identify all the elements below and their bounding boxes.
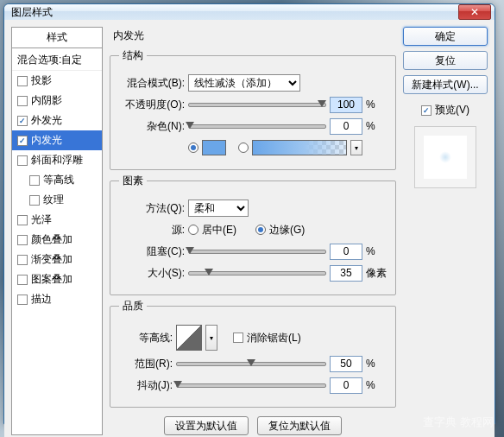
blend-mode-label: 混合模式(B): — [119, 76, 185, 91]
gradient-radio[interactable] — [238, 142, 249, 153]
sidebar-list: 混合选项:自定 投影 内阴影 外发光 内发光 斜面和浮雕 等高线 纹理 光泽 颜… — [11, 48, 103, 435]
cancel-button[interactable]: 复位 — [403, 51, 488, 70]
antialias-checkbox[interactable] — [233, 332, 243, 343]
source-center-label: 居中(E) — [202, 223, 236, 238]
jitter-slider[interactable] — [176, 378, 326, 392]
contour-picker[interactable] — [176, 325, 202, 351]
structure-legend: 结构 — [119, 48, 147, 63]
make-default-button[interactable]: 设置为默认值 — [164, 416, 249, 435]
style-outer-glow[interactable]: 外发光 — [12, 111, 102, 130]
checkbox[interactable] — [17, 294, 28, 305]
checkbox[interactable] — [17, 136, 28, 146]
range-slider[interactable] — [176, 357, 326, 370]
window-title: 图层样式 — [11, 5, 458, 20]
style-inner-glow[interactable]: 内发光 — [12, 130, 102, 150]
style-contour[interactable]: 等高线 — [12, 170, 102, 190]
noise-input[interactable] — [330, 118, 362, 135]
choke-unit: % — [366, 245, 387, 257]
style-satin[interactable]: 光泽 — [12, 210, 102, 230]
source-center-radio[interactable] — [188, 225, 198, 235]
style-gradient-overlay[interactable]: 渐变叠加 — [12, 250, 102, 269]
checkbox[interactable] — [17, 215, 28, 225]
contour-label: 等高线: — [119, 331, 173, 345]
layer-style-dialog: 图层样式 ✕ 样式 混合选项:自定 投影 内阴影 外发光 内发光 斜面和浮雕 等… — [3, 3, 495, 425]
preview-thumbnail — [414, 126, 476, 188]
style-pattern-overlay[interactable]: 图案叠加 — [12, 269, 102, 289]
opacity-input[interactable] — [330, 97, 362, 113]
checkbox[interactable] — [29, 175, 40, 186]
checkbox[interactable] — [17, 255, 28, 265]
range-input[interactable] — [330, 356, 362, 372]
jitter-input[interactable] — [330, 377, 362, 394]
quality-group: 品质 等高线: ▾ 消除锯齿(L) 范围(R): % 抖动(J): — [110, 299, 396, 408]
choke-slider[interactable] — [188, 244, 326, 258]
titlebar[interactable]: 图层样式 ✕ — [4, 4, 495, 20]
gradient-swatch[interactable] — [252, 140, 347, 155]
contour-dropdown[interactable]: ▾ — [205, 325, 217, 351]
style-stroke[interactable]: 描边 — [12, 289, 102, 309]
new-style-button[interactable]: 新建样式(W)... — [403, 75, 488, 94]
color-radio[interactable] — [188, 142, 198, 153]
panel-title: 内发光 — [110, 27, 396, 45]
close-button[interactable]: ✕ — [458, 4, 491, 20]
opacity-slider[interactable] — [188, 98, 326, 111]
style-inner-shadow[interactable]: 内阴影 — [12, 91, 102, 111]
size-label: 大小(S): — [119, 266, 185, 281]
antialias-label: 消除锯齿(L) — [247, 331, 301, 345]
opacity-label: 不透明度(O): — [119, 98, 185, 112]
blend-options-item[interactable]: 混合选项:自定 — [12, 50, 102, 71]
noise-label: 杂色(N): — [119, 119, 185, 134]
quality-legend: 品质 — [119, 299, 147, 314]
checkbox[interactable] — [17, 116, 28, 126]
checkbox[interactable] — [17, 96, 28, 106]
noise-unit: % — [366, 120, 387, 132]
source-edge-radio[interactable] — [255, 225, 266, 235]
method-select[interactable]: 柔和 — [188, 200, 249, 217]
checkbox[interactable] — [29, 195, 40, 206]
structure-group: 结构 混合模式(B): 线性减淡（添加） 不透明度(O): % 杂色(N): % — [110, 48, 396, 170]
styles-sidebar: 样式 混合选项:自定 投影 内阴影 外发光 内发光 斜面和浮雕 等高线 纹理 光… — [11, 27, 103, 435]
source-edge-label: 边缘(G) — [269, 223, 305, 238]
elements-group: 图素 方法(Q): 柔和 源: 居中(E) 边缘(G) 阻塞(C): — [110, 174, 396, 295]
style-texture[interactable]: 纹理 — [12, 190, 102, 210]
range-label: 范围(R): — [119, 357, 173, 371]
dialog-body: 样式 混合选项:自定 投影 内阴影 外发光 内发光 斜面和浮雕 等高线 纹理 光… — [4, 20, 495, 437]
size-input[interactable] — [330, 265, 362, 282]
style-color-overlay[interactable]: 颜色叠加 — [12, 230, 102, 250]
choke-label: 阻塞(C): — [119, 244, 185, 259]
reset-default-button[interactable]: 复位为默认值 — [257, 416, 342, 435]
checkbox[interactable] — [17, 155, 28, 166]
source-label: 源: — [119, 223, 185, 238]
color-swatch[interactable] — [202, 140, 226, 155]
method-label: 方法(Q): — [119, 201, 185, 216]
ok-button[interactable]: 确定 — [403, 27, 488, 46]
jitter-unit: % — [366, 379, 387, 391]
blend-mode-select[interactable]: 线性减淡（添加） — [188, 74, 300, 92]
preview-label: 预览(V) — [435, 103, 469, 117]
style-bevel-emboss[interactable]: 斜面和浮雕 — [12, 150, 102, 170]
preview-checkbox[interactable] — [421, 105, 432, 116]
main-panel: 内发光 结构 混合模式(B): 线性减淡（添加） 不透明度(O): % 杂色(N… — [110, 27, 396, 435]
style-drop-shadow[interactable]: 投影 — [12, 71, 102, 91]
range-unit: % — [366, 358, 387, 370]
right-panel: 确定 复位 新建样式(W)... 预览(V) — [403, 27, 488, 435]
size-slider[interactable] — [188, 266, 326, 280]
jitter-label: 抖动(J): — [119, 378, 173, 393]
opacity-unit: % — [366, 98, 387, 111]
noise-slider[interactable] — [188, 119, 326, 133]
preview-toggle[interactable]: 预览(V) — [403, 103, 488, 117]
size-unit: 像素 — [366, 266, 387, 281]
checkbox[interactable] — [17, 275, 28, 285]
elements-legend: 图素 — [119, 174, 147, 188]
checkbox[interactable] — [17, 76, 28, 86]
checkbox[interactable] — [17, 235, 28, 245]
default-buttons: 设置为默认值 复位为默认值 — [110, 416, 396, 435]
gradient-dropdown[interactable]: ▾ — [350, 140, 362, 155]
choke-input[interactable] — [330, 244, 362, 260]
close-icon: ✕ — [470, 6, 479, 18]
sidebar-header: 样式 — [11, 27, 103, 48]
